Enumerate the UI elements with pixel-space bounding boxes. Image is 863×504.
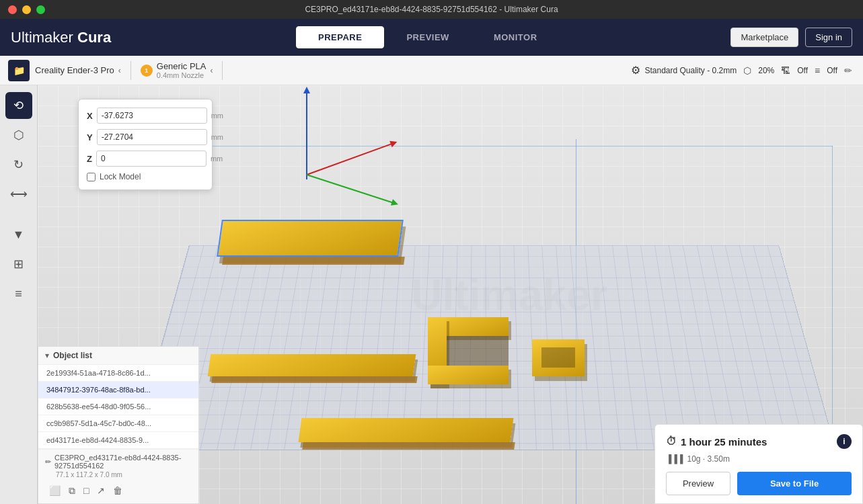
print-duration: 1 hour 25 minutes bbox=[681, 436, 767, 448]
print-info-panel: ⏱ 1 hour 25 minutes i ▐▐▐ 10g · 3.50m Pr… bbox=[654, 424, 863, 504]
support-value: Off bbox=[797, 66, 808, 75]
window-controls[interactable] bbox=[8, 5, 45, 14]
printer-name: Creality Ender-3 Pro bbox=[35, 65, 114, 75]
object-list-title: Object list bbox=[53, 351, 92, 360]
printer-selector[interactable]: Creality Ender-3 Pro ‹ bbox=[35, 65, 121, 75]
settings-toolbar: 📁 Creality Ender-3 Pro ‹ 1 Generic PLA 0… bbox=[0, 56, 863, 85]
object-item-3[interactable]: 628b5638-ee54-48d0-9f05-56... bbox=[38, 398, 198, 415]
tool-mirror[interactable]: ⟷ bbox=[5, 181, 32, 208]
clock-icon: ⏱ bbox=[666, 435, 677, 448]
main-content: ⟲ ⬡ ↻ ⟷ ▼ ⊞ ≡ Ultimaker bbox=[0, 85, 863, 504]
bottom-bar-object[interactable] bbox=[298, 418, 513, 442]
maximize-button[interactable] bbox=[36, 5, 45, 14]
axis-z-line bbox=[306, 92, 307, 179]
tool-merge[interactable]: ⊞ bbox=[5, 251, 32, 278]
print-time-row: ⏱ 1 hour 25 minutes i bbox=[666, 434, 852, 449]
tool-rotate[interactable]: ↻ bbox=[5, 151, 32, 178]
object-item-1[interactable]: 2e1993f4-51aa-4718-8c86-1d... bbox=[38, 365, 198, 382]
material-selector[interactable]: 1 Generic PLA 0.4mm Nozzle ‹ bbox=[141, 61, 213, 79]
tool-slice[interactable]: ≡ bbox=[5, 280, 32, 307]
print-buttons: Preview Save to File bbox=[666, 472, 852, 495]
tab-preview[interactable]: PREVIEW bbox=[384, 26, 471, 48]
x-unit: mm bbox=[211, 112, 223, 120]
infill-value: 20% bbox=[758, 66, 774, 75]
app-logo: Ultimaker Cura bbox=[11, 29, 111, 46]
axis-x-line bbox=[307, 143, 393, 175]
selection-corner-right bbox=[832, 146, 833, 448]
filename-text: CE3PRO_ed43171e-eb8d-4424-8835-92751d554… bbox=[54, 454, 192, 470]
pencil-icon-small: ✏ bbox=[45, 458, 51, 466]
app-header: Ultimaker Cura PREPARE PREVIEW MONITOR M… bbox=[0, 19, 863, 56]
tab-monitor[interactable]: MONITOR bbox=[472, 26, 560, 48]
material-badge: 1 bbox=[141, 65, 153, 77]
object-filename: ✏ CE3PRO_ed43171e-eb8d-4424-8835-92751d5… bbox=[45, 454, 192, 470]
z-unit: mm bbox=[211, 155, 223, 163]
collapse-icon: ▾ bbox=[45, 351, 49, 360]
logo-bold: Cura bbox=[77, 29, 111, 46]
y-input[interactable] bbox=[97, 129, 207, 145]
close-button[interactable] bbox=[8, 5, 17, 14]
action-clone[interactable]: ⧉ bbox=[67, 484, 77, 498]
tab-prepare[interactable]: PREPARE bbox=[296, 26, 384, 48]
object-list-header[interactable]: ▾ Object list bbox=[38, 347, 198, 365]
infill-icon: ⬡ bbox=[743, 65, 751, 76]
horizontal-bar-object[interactable] bbox=[208, 354, 416, 376]
selected-bar-side bbox=[222, 257, 405, 265]
object-dimensions: 77.1 x 117.2 x 7.0 mm bbox=[45, 471, 192, 478]
tool-scale[interactable]: ⬡ bbox=[5, 122, 32, 149]
signin-button[interactable]: Sign in bbox=[805, 28, 852, 47]
window-title: CE3PRO_ed43171e-eb8d-4424-8835-92751d554… bbox=[305, 5, 558, 14]
action-export[interactable]: ↗ bbox=[96, 484, 106, 498]
info-button[interactable]: i bbox=[837, 434, 852, 449]
y-unit: mm bbox=[211, 133, 223, 141]
left-sidebar: ⟲ ⬡ ↻ ⟷ ▼ ⊞ ≡ bbox=[0, 85, 38, 504]
transform-panel: X mm Y mm Z mm Lock Model bbox=[78, 99, 213, 190]
z-input[interactable] bbox=[96, 151, 207, 167]
object-item-4[interactable]: cc9b9857-5d1a-45c7-bd0c-48... bbox=[38, 415, 198, 432]
lock-checkbox[interactable] bbox=[87, 173, 96, 181]
y-label: Y bbox=[87, 132, 93, 142]
minimize-button[interactable] bbox=[22, 5, 31, 14]
x-label: X bbox=[87, 111, 93, 121]
marketplace-button[interactable]: Marketplace bbox=[730, 28, 798, 47]
object-item-5[interactable]: ed43171e-eb8d-4424-8835-9... bbox=[38, 432, 198, 449]
save-to-file-button[interactable]: Save to File bbox=[737, 472, 852, 495]
preview-button[interactable]: Preview bbox=[666, 472, 730, 495]
object-item-2[interactable]: 34847912-3976-48ac-8f8a-bd... bbox=[38, 382, 198, 398]
quality-settings[interactable]: ⚙ Standard Quality - 0.2mm ⬡ 20% 🏗 Off ≡… bbox=[631, 64, 855, 77]
c-shape-object[interactable] bbox=[428, 317, 509, 336]
tool-support[interactable]: ▼ bbox=[5, 221, 32, 248]
action-delete[interactable]: 🗑 bbox=[112, 484, 124, 498]
settings-icon: ⚙ bbox=[631, 64, 640, 77]
file-icon[interactable]: 📁 bbox=[8, 60, 30, 81]
horizontal-bar-side bbox=[211, 376, 417, 383]
quality-name: Standard Quality - 0.2mm bbox=[644, 66, 737, 75]
object-actions: ⬜ ⧉ □ ↗ 🗑 bbox=[45, 482, 192, 499]
material-info: Generic PLA 0.4mm Nozzle bbox=[157, 61, 207, 79]
print-time: ⏱ 1 hour 25 minutes bbox=[666, 435, 767, 448]
transform-x-row: X mm bbox=[87, 108, 204, 124]
lock-row: Lock Model bbox=[87, 172, 204, 181]
adhesion-value: Off bbox=[827, 66, 837, 75]
axis-y-arrow bbox=[391, 199, 400, 208]
bottom-bar-side bbox=[302, 442, 515, 450]
x-input[interactable] bbox=[97, 108, 207, 124]
tool-move[interactable]: ⟲ bbox=[5, 92, 32, 119]
nav-tabs: PREPARE PREVIEW MONITOR bbox=[138, 26, 717, 48]
object-footer: ✏ CE3PRO_ed43171e-eb8d-4424-8835-92751d5… bbox=[38, 449, 198, 503]
transform-z-row: Z mm bbox=[87, 151, 204, 167]
selected-bar-object[interactable] bbox=[217, 220, 404, 257]
logo-light: Ultimaker bbox=[11, 29, 77, 46]
action-reset[interactable]: □ bbox=[82, 484, 90, 498]
small-square-object[interactable] bbox=[532, 339, 585, 376]
action-duplicate[interactable]: ⬜ bbox=[48, 484, 62, 498]
filament-details: 10g · 3.50m bbox=[687, 454, 730, 464]
viewport-3d[interactable]: Ultimaker bbox=[38, 85, 863, 504]
pencil-icon: ✏ bbox=[844, 65, 852, 76]
support-icon: 🏗 bbox=[781, 65, 790, 76]
title-bar: CE3PRO_ed43171e-eb8d-4424-8835-92751d554… bbox=[0, 0, 863, 19]
axis-z-arrow bbox=[303, 87, 310, 93]
toolbar-separator-2 bbox=[222, 61, 223, 80]
transform-y-row: Y mm bbox=[87, 129, 204, 145]
print-details-row: ▐▐▐ 10g · 3.50m bbox=[666, 454, 852, 464]
